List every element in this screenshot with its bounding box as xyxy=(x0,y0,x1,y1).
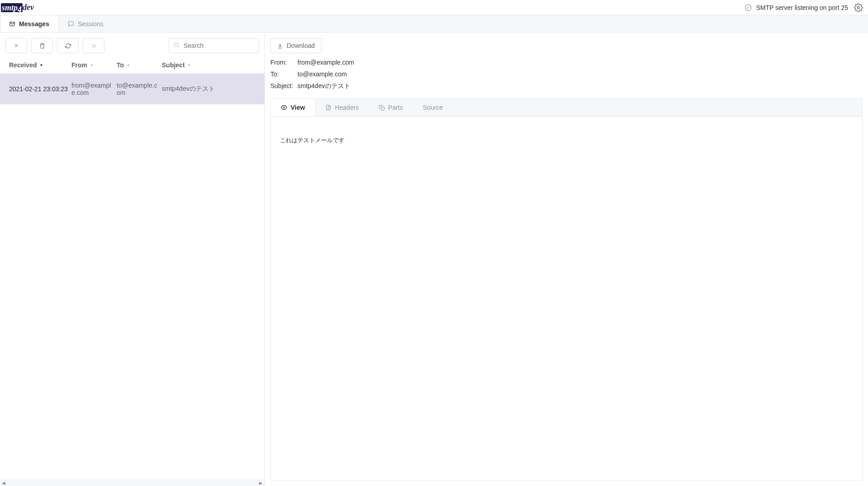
column-label: Subject xyxy=(162,61,185,69)
horizontal-scrollbar[interactable]: ◀ ▶ xyxy=(0,480,264,486)
top-tabs: Messages Sessions xyxy=(0,15,868,33)
tab-label: Source xyxy=(423,104,443,111)
search-icon xyxy=(173,42,179,50)
tab-messages[interactable]: Messages xyxy=(0,15,59,32)
detail-tab-view[interactable]: View xyxy=(271,99,316,116)
detail-tab-source[interactable]: Source xyxy=(413,99,453,116)
gear-icon xyxy=(854,3,863,12)
tab-label: View xyxy=(291,104,305,111)
column-subject[interactable]: Subject ▲▼ xyxy=(162,61,261,69)
column-from[interactable]: From ▲▼ xyxy=(71,61,117,69)
tab-sessions[interactable]: Sessions xyxy=(59,15,113,32)
envelope-icon xyxy=(9,21,15,27)
document-icon xyxy=(326,105,331,111)
tab-label: Sessions xyxy=(78,20,104,28)
status-text: SMTP server listening on port 25 xyxy=(756,4,848,11)
close-icon xyxy=(14,43,19,48)
sort-icon: ▲▼ xyxy=(90,65,94,65)
cell-subject: smtp4devのテスト xyxy=(162,85,261,93)
column-to[interactable]: To ▲▼ xyxy=(117,61,162,69)
meta-to-label: To: xyxy=(270,70,297,78)
column-received[interactable]: Received ▲▼ xyxy=(4,61,71,69)
messages-pane: Received ▲▼ From ▲▼ To ▲▼ Subject ▲▼ 202… xyxy=(0,33,265,486)
relay-button[interactable] xyxy=(83,38,104,53)
logo-part-a: smtp xyxy=(2,3,18,12)
svg-point-0 xyxy=(858,6,860,9)
meta-subject-label: Subject: xyxy=(270,82,297,90)
detail-pane: Download From: from@example.com To: to@e… xyxy=(265,33,868,486)
app-logo: smtp4dev xyxy=(0,3,34,12)
message-body: これはテストメールです xyxy=(270,117,863,481)
detail-tab-headers[interactable]: Headers xyxy=(316,99,369,116)
table-row[interactable]: 2021-02-21 23:03:23 from@example.com to@… xyxy=(0,74,264,104)
column-label: To xyxy=(117,61,124,69)
delete-button[interactable] xyxy=(31,38,53,53)
detail-tab-parts[interactable]: Parts xyxy=(369,99,413,116)
copy-icon xyxy=(379,105,385,111)
header-right: ✓ SMTP server listening on port 25 xyxy=(745,2,864,14)
meta-from-value: from@example.com xyxy=(297,59,863,66)
meta-subject-value: smtp4devのテスト xyxy=(297,82,863,90)
tab-label: Parts xyxy=(388,104,403,111)
chat-icon xyxy=(68,21,74,27)
content: Received ▲▼ From ▲▼ To ▲▼ Subject ▲▼ 202… xyxy=(0,33,868,486)
refresh-icon xyxy=(65,43,71,49)
meta-from-label: From: xyxy=(270,59,297,66)
logo-part-c: dev xyxy=(23,3,34,12)
detail-tabs: View Headers Parts Source xyxy=(270,98,863,117)
meta-to-value: to@example.com xyxy=(297,70,863,78)
eye-icon xyxy=(281,104,287,111)
logo-part-b: 4 xyxy=(18,5,22,14)
body-text: これはテストメールです xyxy=(280,137,344,144)
cell-received: 2021-02-21 23:03:23 xyxy=(4,85,71,93)
trash-icon xyxy=(39,43,45,49)
download-button[interactable]: Download xyxy=(270,38,321,53)
sort-icon: ▲▼ xyxy=(39,65,43,65)
clear-button[interactable] xyxy=(5,38,27,53)
forward-icon xyxy=(91,43,97,49)
message-meta: From: from@example.com To: to@example.co… xyxy=(265,57,868,98)
detail-toolbar: Download xyxy=(265,33,868,57)
download-icon xyxy=(277,43,283,49)
search-wrap xyxy=(169,38,259,53)
status-check-icon: ✓ xyxy=(745,5,751,11)
scroll-right-icon: ▶ xyxy=(259,481,263,486)
tab-label: Messages xyxy=(19,20,49,28)
cell-to: to@example.com xyxy=(117,82,162,96)
refresh-button[interactable] xyxy=(57,38,79,53)
table-header: Received ▲▼ From ▲▼ To ▲▼ Subject ▲▼ xyxy=(0,57,264,74)
scroll-left-icon: ◀ xyxy=(2,481,5,486)
column-label: Received xyxy=(9,61,37,69)
download-label: Download xyxy=(287,42,315,49)
column-label: From xyxy=(71,61,87,69)
search-input[interactable] xyxy=(169,38,259,53)
sort-icon: ▲▼ xyxy=(127,65,130,65)
tab-label: Headers xyxy=(335,104,359,111)
messages-toolbar xyxy=(0,33,264,57)
sort-icon: ▲▼ xyxy=(188,65,191,65)
svg-rect-4 xyxy=(381,107,384,110)
table-body: 2021-02-21 23:03:23 from@example.com to@… xyxy=(0,74,264,486)
svg-point-3 xyxy=(283,107,285,108)
settings-button[interactable] xyxy=(853,2,864,14)
cell-from: from@example.com xyxy=(71,82,117,96)
svg-point-2 xyxy=(174,43,178,47)
app-header: smtp4dev ✓ SMTP server listening on port… xyxy=(0,0,868,15)
